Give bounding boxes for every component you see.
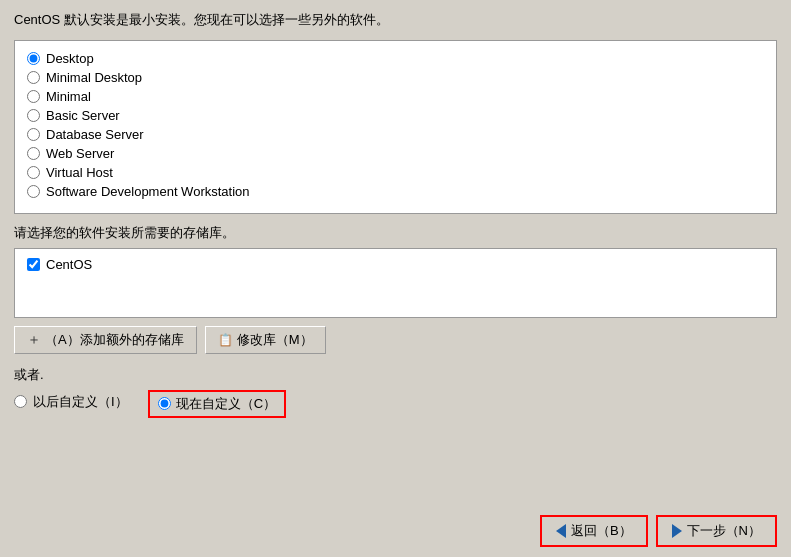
checkbox-centos[interactable]: CentOS (27, 257, 764, 272)
next-button[interactable]: 下一步（N） (656, 515, 777, 547)
radio-software-dev[interactable]: Software Development Workstation (27, 184, 764, 199)
repo-button-row: ＋ （A）添加额外的存储库 📋 修改库（M） (14, 326, 777, 354)
next-arrow-icon (672, 524, 682, 538)
modify-repo-button[interactable]: 📋 修改库（M） (205, 326, 326, 354)
radio-basic-server[interactable]: Basic Server (27, 108, 764, 123)
repo-group-box: CentOS (14, 248, 777, 318)
or-label-text: 或者. (14, 366, 777, 384)
radio-minimal[interactable]: Minimal (27, 89, 764, 104)
back-arrow-icon (556, 524, 566, 538)
repo-label-text: 请选择您的软件安装所需要的存储库。 (14, 224, 777, 242)
nav-button-row: 返回（B） 下一步（N） (14, 515, 777, 547)
back-button[interactable]: 返回（B） (540, 515, 648, 547)
radio-web-server[interactable]: Web Server (27, 146, 764, 161)
description-text: CentOS 默认安装是最小安装。您现在可以选择一些另外的软件。 (14, 10, 777, 30)
radio-customize-now-highlighted[interactable]: 现在自定义（C） (148, 390, 286, 418)
radio-database-server[interactable]: Database Server (27, 127, 764, 142)
plus-icon: ＋ (27, 331, 41, 349)
radio-virtual-host[interactable]: Virtual Host (27, 165, 764, 180)
radio-customize-later[interactable]: 以后自定义（I） (14, 393, 128, 411)
radio-minimal-desktop[interactable]: Minimal Desktop (27, 70, 764, 85)
software-group-box: Desktop Minimal Desktop Minimal Basic Se… (14, 40, 777, 214)
radio-desktop[interactable]: Desktop (27, 51, 764, 66)
customize-row: 以后自定义（I） 现在自定义（C） (14, 390, 777, 418)
edit-icon: 📋 (218, 333, 233, 347)
add-repo-button[interactable]: ＋ （A）添加额外的存储库 (14, 326, 197, 354)
